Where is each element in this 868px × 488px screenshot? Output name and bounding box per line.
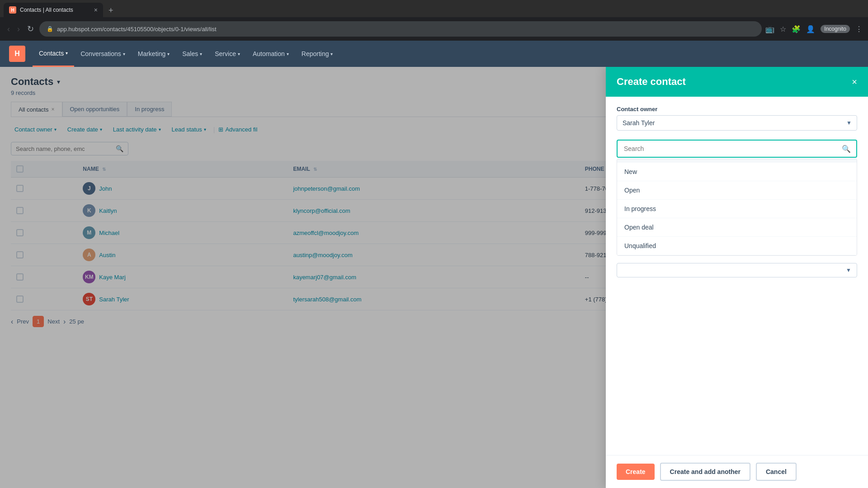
hubspot-logo[interactable]: H	[9, 46, 25, 62]
tab-favicon: H	[9, 6, 16, 14]
contact-owner-group: Contact owner Sarah Tyler ▼	[617, 106, 857, 131]
contact-owner-select-wrap: Sarah Tyler ▼	[617, 115, 857, 131]
chevron-down-icon: ▾	[238, 52, 240, 56]
dropdown-spacer	[617, 159, 857, 163]
nav-item-automation[interactable]: Automation ▾	[246, 41, 295, 67]
tab-close-icon[interactable]: ×	[94, 6, 98, 14]
dropdown-search-input[interactable]	[618, 141, 856, 157]
nav-item-contacts[interactable]: Contacts ▾	[33, 41, 74, 67]
chevron-down-icon: ▾	[200, 52, 202, 56]
modal-title: Create contact	[617, 76, 686, 88]
modal-body: Contact owner Sarah Tyler ▼ 🔍	[606, 97, 868, 455]
modal-header: Create contact ×	[606, 67, 868, 97]
cancel-button[interactable]: Cancel	[756, 463, 797, 481]
dropdown-list: New Open In progress Open deal Unqualifi…	[617, 159, 857, 256]
browser-nav-bar: ‹ › ↻ 🔒 app.hubspot.com/contacts/4510550…	[0, 17, 868, 41]
nav-item-service[interactable]: Service ▾	[208, 41, 246, 67]
create-and-add-another-button[interactable]: Create and add another	[660, 463, 750, 481]
extension-icon[interactable]: 🧩	[792, 25, 801, 33]
address-url: app.hubspot.com/contacts/45105500/object…	[57, 26, 755, 33]
profile-icon[interactable]: 👤	[806, 25, 815, 33]
main-content: Contacts ▾ 9 records All contacts × Open…	[0, 67, 868, 488]
dropdown-item-open[interactable]: Open	[617, 181, 857, 200]
chevron-down-icon: ▼	[846, 267, 851, 273]
top-nav: H Contacts ▾ Conversations ▾ Marketing ▾…	[0, 41, 868, 67]
dropdown-search-wrap: 🔍	[617, 140, 857, 158]
chevron-down-icon: ▾	[330, 52, 333, 56]
contact-owner-select[interactable]: Sarah Tyler	[617, 115, 857, 131]
secondary-dropdown[interactable]: ▼	[617, 263, 857, 277]
address-bar[interactable]: 🔒 app.hubspot.com/contacts/45105500/obje…	[39, 21, 762, 37]
active-tab[interactable]: H Contacts | All contacts ×	[4, 3, 103, 17]
chevron-down-icon: ▾	[66, 51, 68, 56]
dropdown-item-unqualified[interactable]: Unqualified	[617, 237, 857, 255]
modal-footer: Create Create and add another Cancel	[606, 455, 868, 488]
dropdown-item-open-deal[interactable]: Open deal	[617, 218, 857, 237]
cast-icon[interactable]: 📺	[765, 25, 774, 33]
forward-button[interactable]: ›	[15, 23, 22, 36]
chevron-down-icon: ▾	[287, 52, 289, 56]
refresh-button[interactable]: ↻	[25, 22, 36, 36]
chevron-down-icon: ▾	[123, 52, 125, 56]
dropdown-search-icon: 🔍	[842, 145, 851, 153]
incognito-badge: Incognito	[821, 25, 850, 33]
create-contact-modal: Create contact × Contact owner Sarah Tyl…	[606, 67, 868, 488]
back-button[interactable]: ‹	[5, 23, 12, 36]
more-icon[interactable]: ⋮	[855, 25, 863, 33]
nav-item-conversations[interactable]: Conversations ▾	[74, 41, 132, 67]
contact-owner-label: Contact owner	[617, 106, 857, 113]
hubspot-app: H Contacts ▾ Conversations ▾ Marketing ▾…	[0, 41, 868, 488]
dropdown-item-in-progress[interactable]: In progress	[617, 200, 857, 218]
chevron-down-icon: ▾	[167, 52, 170, 56]
bookmark-star-icon[interactable]: ☆	[780, 25, 786, 33]
browser-nav-icons: 📺 ☆ 🧩 👤 Incognito ⋮	[765, 25, 863, 33]
tab-title: Contacts | All contacts	[20, 7, 90, 13]
nav-item-reporting[interactable]: Reporting ▾	[295, 41, 340, 67]
dropdown-item-new[interactable]: New	[617, 163, 857, 181]
create-button[interactable]: Create	[617, 464, 655, 480]
modal-close-button[interactable]: ×	[852, 77, 857, 87]
browser-tab-bar: H Contacts | All contacts × +	[0, 0, 868, 17]
nav-item-sales[interactable]: Sales ▾	[176, 41, 208, 67]
new-tab-button[interactable]: +	[105, 4, 117, 17]
nav-item-marketing[interactable]: Marketing ▾	[132, 41, 176, 67]
lock-icon: 🔒	[47, 26, 53, 32]
